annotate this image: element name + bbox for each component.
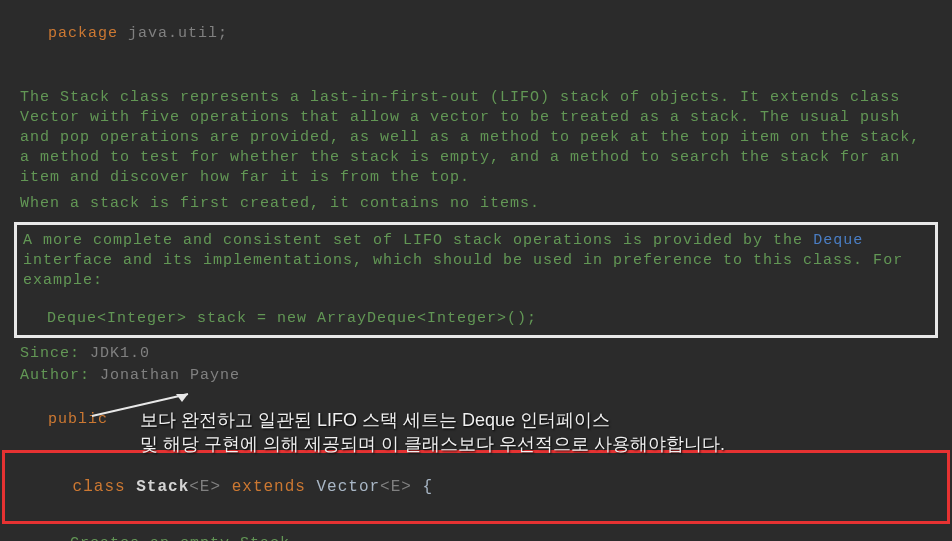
javadoc-paragraph-1: The Stack class represents a last-in-fir…: [20, 88, 932, 188]
class-declaration-highlight: class Stack<E> extends Vector<E> {: [2, 450, 950, 524]
highlight-before: A more complete and consistent set of LI…: [23, 232, 813, 249]
constructor-doc-text: Creates an empty Stack.: [70, 534, 932, 541]
generic-param-2: <E>: [380, 478, 412, 496]
package-name: java.util: [128, 25, 218, 42]
open-brace: {: [423, 478, 434, 496]
author-tag: Author: Jonathan Payne: [20, 366, 932, 386]
package-declaration: package java.util;: [0, 4, 952, 64]
generic-param-1: <E>: [189, 478, 221, 496]
author-value: Jonathan Payne: [100, 367, 240, 384]
keyword-extends: extends: [232, 478, 306, 496]
keyword-class: class: [73, 478, 126, 496]
javadoc-highlight-text: A more complete and consistent set of LI…: [23, 231, 929, 291]
javadoc-tags: Since: JDK1.0 Author: Jonathan Payne: [0, 344, 952, 390]
javadoc-paragraph-2: When a stack is first created, it contai…: [20, 194, 932, 214]
svg-marker-1: [176, 394, 188, 402]
superclass-name: Vector: [317, 478, 381, 496]
constructor-javadoc: Creates an empty Stack.: [0, 526, 952, 541]
code-editor: package java.util; The Stack class repre…: [0, 0, 952, 541]
since-label: Since:: [20, 345, 80, 362]
javadoc-code-example: Deque<Integer> stack = new ArrayDeque<In…: [23, 309, 929, 329]
since-value: JDK1.0: [90, 345, 150, 362]
overlay-line-1: 보다 완전하고 일관된 LIFO 스택 세트는 Deque 인터페이스: [140, 408, 725, 432]
translation-overlay: 보다 완전하고 일관된 LIFO 스택 세트는 Deque 인터페이스 및 해당…: [140, 408, 725, 456]
author-label: Author:: [20, 367, 90, 384]
overlay-line-2: 및 해당 구현에 의해 제공되며 이 클래스보다 우선적으로 사용해야합니다.: [140, 432, 725, 456]
semicolon: ;: [218, 25, 228, 42]
class-declaration: class Stack<E> extends Vector<E> {: [9, 457, 943, 517]
highlight-after: interface and its implementations, which…: [23, 252, 903, 289]
since-tag: Since: JDK1.0: [20, 344, 932, 364]
javadoc-highlight-box: A more complete and consistent set of LI…: [14, 222, 938, 338]
class-name: Stack: [136, 478, 189, 496]
deque-link[interactable]: Deque: [813, 232, 863, 249]
javadoc-block: The Stack class represents a last-in-fir…: [0, 82, 952, 220]
keyword-package: package: [48, 25, 118, 42]
